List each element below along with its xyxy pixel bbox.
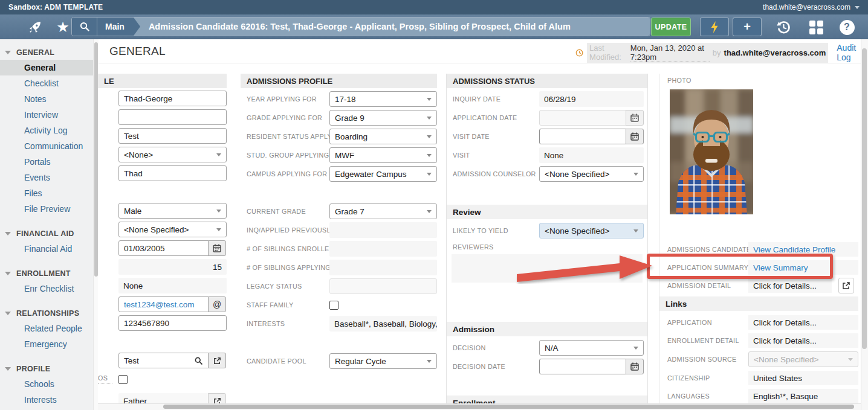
sidebar-item-related-people[interactable]: Related People <box>0 321 93 336</box>
breadcrumb-main[interactable]: Main <box>97 18 134 36</box>
history-icon[interactable] <box>776 19 791 35</box>
chevron-down-icon <box>427 154 432 157</box>
sidebar-section-financial-aid[interactable]: FINANCIAL AID <box>0 226 93 241</box>
chevron-down-icon <box>427 117 432 120</box>
sandbox-label: Sandbox: ADM TEMPLATE <box>8 3 103 11</box>
likely-to-yield-select[interactable]: <None Specified> <box>539 223 644 239</box>
grade-applying-for-select[interactable]: Grade 9 <box>329 110 437 126</box>
calendar-button[interactable] <box>626 110 644 126</box>
citizenship-value: United States <box>748 371 858 385</box>
application-details-cell[interactable]: Click for Details... <box>748 315 858 330</box>
last-name-input[interactable]: Test <box>118 128 227 144</box>
calendar-icon <box>630 132 640 141</box>
help-icon[interactable]: ? <box>839 19 855 35</box>
decision-select[interactable]: N/A <box>539 340 644 356</box>
sidebar-item-schools[interactable]: Schools <box>0 376 93 392</box>
sidebar-item-files[interactable]: Files <box>0 185 93 201</box>
search-icon[interactable] <box>194 356 203 365</box>
sidebar-item-checklist[interactable]: Checklist <box>0 75 93 91</box>
apps-grid-icon[interactable] <box>808 19 824 35</box>
email-input[interactable]: test1234@test.com <box>118 296 209 312</box>
sidebar-item-notes[interactable]: Notes <box>0 91 93 107</box>
breadcrumb: Main Admission Candidate 62016: Test, Th… <box>71 17 650 36</box>
horizontal-scrollbar-thumb[interactable] <box>163 405 854 409</box>
quick-actions-button[interactable] <box>700 18 729 36</box>
calendar-button[interactable] <box>208 240 226 256</box>
sidebar-section-profile[interactable]: PROFILE <box>0 362 93 376</box>
languages-value: English¹*, Basque <box>748 389 858 403</box>
admission-counselor-select[interactable]: <None Specified> <box>539 166 644 182</box>
sidebar-item-activity-log[interactable]: Activity Log <box>0 123 93 138</box>
phone-input[interactable]: 1234567890 <box>118 315 227 331</box>
sidebar-item-portals[interactable]: Portals <box>0 154 93 170</box>
first-name-input[interactable]: Thad-George <box>118 91 227 106</box>
field-label: VISIT DATE <box>453 133 490 141</box>
checkbox[interactable] <box>118 375 128 384</box>
resident-status-select[interactable]: Boarding <box>329 129 437 144</box>
application-date-input[interactable] <box>539 110 626 126</box>
enrollment-detail-cell[interactable]: Click for Details... <box>748 333 858 348</box>
sidebar-item-interview[interactable]: Interview <box>0 107 93 123</box>
field-label: CANDIDATE POOL <box>247 357 306 365</box>
birth-date-input[interactable]: 01/03/2005 <box>118 240 209 256</box>
reviewers-label: REVIEWERS <box>453 243 539 251</box>
decision-date-input[interactable] <box>539 359 626 374</box>
rocket-icon[interactable] <box>27 19 43 35</box>
view-summary-link[interactable]: View Summary <box>753 263 808 272</box>
candidate-pool-select[interactable]: Regular Cycle <box>329 353 437 369</box>
user-menu[interactable]: thad.white@veracross.com <box>763 3 860 11</box>
sidebar-item-emergency[interactable]: Emergency <box>0 336 93 352</box>
staff-family-checkbox[interactable] <box>329 301 338 310</box>
chevron-down-icon <box>216 228 221 231</box>
open-record-button[interactable] <box>208 353 226 368</box>
last-modified: Last Modified: Mon, Jan 13, 2020 at 7:23… <box>575 46 868 59</box>
search-button[interactable] <box>72 18 97 36</box>
current-grade-select[interactable]: Grade 7 <box>329 203 437 219</box>
sidebar-item-communication[interactable]: Communication <box>0 138 93 154</box>
chevron-down-icon <box>427 135 432 138</box>
open-admission-detail-button[interactable] <box>838 278 854 293</box>
sidebar-section-enrollment[interactable]: ENROLLMENT <box>0 266 93 281</box>
vertical-scrollbar-thumb[interactable] <box>862 48 867 349</box>
sidebar-section-relationships[interactable]: RELATIONSHIPS <box>0 306 93 321</box>
collapse-triangle-icon <box>5 272 11 275</box>
sidebar: GENERAL General Checklist Notes Intervie… <box>0 39 93 410</box>
nickname-input[interactable]: Thad <box>118 165 227 181</box>
sidebar-item-file-preview[interactable]: File Preview <box>0 201 93 217</box>
favorites-star-icon[interactable]: ★ <box>55 19 71 35</box>
photo-label: PHOTO <box>667 77 858 84</box>
visit-date-input[interactable] <box>539 129 626 144</box>
suffix-select[interactable]: <None> <box>118 147 227 162</box>
sidebar-scrollbar-thumb[interactable] <box>94 42 98 277</box>
page-title: GENERAL <box>109 45 166 58</box>
admission-source-select[interactable]: <None Specified> <box>748 351 858 367</box>
year-applying-for-select[interactable]: 17-18 <box>329 91 437 107</box>
email-button[interactable]: @ <box>208 296 226 312</box>
sidebar-item-financial-aid[interactable]: Financial Aid <box>0 241 93 257</box>
field-label: INQUIRY DATE <box>453 95 500 103</box>
campus-applying-for-select[interactable]: Edgewater Campus <box>329 166 437 182</box>
sidebar-item-events[interactable]: Events <box>0 170 93 185</box>
clock-icon <box>575 48 583 57</box>
calendar-button[interactable] <box>626 129 644 144</box>
none-specified-select[interactable]: <None Specified> <box>118 222 227 237</box>
sidebar-section-general[interactable]: GENERAL <box>0 45 93 60</box>
breadcrumb-arrow <box>134 18 140 36</box>
admissions-status-panel: ADMISSIONS STATUS INQUIRY DATE06/28/19 A… <box>446 74 648 410</box>
sidebar-item-general[interactable]: General <box>0 60 93 75</box>
field-label: CITIZENSHIP <box>667 374 748 382</box>
sidebar-item-interests[interactable]: Interests <box>0 392 93 408</box>
add-button[interactable]: + <box>733 18 762 36</box>
calendar-button[interactable] <box>626 359 644 374</box>
profile-panel-header: LE <box>98 74 227 88</box>
update-button[interactable]: UPDATE <box>651 18 691 36</box>
view-candidate-profile-link[interactable]: View Candidate Profile <box>753 245 835 254</box>
calendar-icon <box>212 243 222 253</box>
last-modified-label: Last Modified: <box>589 43 627 62</box>
admission-detail-cell[interactable]: Click for Details... <box>748 278 832 293</box>
record-search-input[interactable]: Test <box>118 353 209 368</box>
sidebar-item-enr-checklist[interactable]: Enr Checklist <box>0 281 93 296</box>
gender-select[interactable]: Male <box>118 203 227 219</box>
student-group-select[interactable]: MWF <box>329 147 437 163</box>
middle-name-input[interactable] <box>118 109 227 125</box>
